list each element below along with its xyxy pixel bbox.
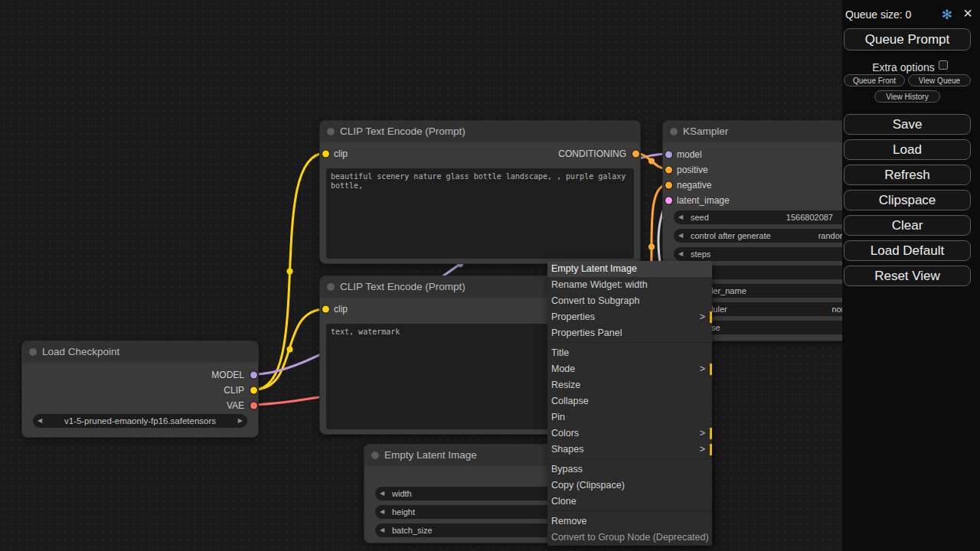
- submenu-arrow-icon: >: [700, 442, 705, 458]
- menu-item-bypass[interactable]: Bypass: [547, 461, 712, 478]
- submenu-accent-bar: [710, 364, 712, 375]
- menu-item-copy-clipspace[interactable]: Copy (Clipspace): [547, 478, 712, 494]
- settings-gear-icon[interactable]: ✻: [942, 7, 952, 23]
- model-output-label: MODEL: [211, 368, 244, 382]
- clip-output-slot[interactable]: [250, 387, 257, 394]
- collapse-dot[interactable]: [327, 283, 335, 291]
- submenu-accent-bar: [710, 428, 712, 439]
- clip-input-slot[interactable]: [322, 306, 329, 313]
- extra-options-label: Extra options: [872, 61, 935, 73]
- menu-item-collapse[interactable]: Collapse: [547, 393, 712, 409]
- node-title: CLIP Text Encode (Prompt): [340, 121, 466, 142]
- prev-checkpoint-arrow-icon[interactable]: ◀: [38, 414, 42, 428]
- latent-image-input-slot[interactable]: [665, 197, 672, 204]
- menu-item-convert-to-group-node[interactable]: Convert to Group Node (Deprecated): [547, 530, 712, 546]
- queue-size-label: Queue size: 0: [845, 8, 911, 21]
- decrement-arrow-icon[interactable]: ◀: [678, 210, 683, 224]
- ckpt-name-widget[interactable]: ◀ v1-5-pruned-emaonly-fp16.safetensors ▶: [33, 414, 247, 428]
- clip-input-slot[interactable]: [322, 151, 329, 158]
- node-title: KSampler: [683, 121, 728, 142]
- clip-output-label: CLIP: [224, 383, 244, 397]
- decrement-arrow-icon[interactable]: ◀: [380, 523, 384, 537]
- submenu-arrow-icon: >: [700, 425, 705, 442]
- clip-input-label: clip: [334, 147, 348, 161]
- negative-input-slot[interactable]: [665, 182, 672, 189]
- menu-item-convert-to-subgraph[interactable]: Convert to Subgraph: [547, 293, 712, 309]
- collapse-dot[interactable]: [371, 452, 379, 459]
- link-dot: [648, 158, 655, 165]
- node-title: CLIP Text Encode (Prompt): [340, 276, 466, 298]
- view-queue-button[interactable]: View Queue: [908, 74, 971, 86]
- link-dot: [287, 347, 293, 353]
- collapse-dot[interactable]: [29, 348, 37, 356]
- comfyui-menu-panel: Queue size: 0 ✻ × Queue Prompt Extra opt…: [842, 0, 980, 551]
- menu-item-properties-panel[interactable]: Properties Panel: [547, 325, 712, 341]
- link-dot: [648, 244, 655, 250]
- link-dot: [287, 269, 293, 275]
- node-context-menu: Empty Latent Image Rename Widget: width …: [547, 261, 712, 546]
- submenu-arrow-icon: >: [700, 361, 705, 377]
- node-title: Empty Latent Image: [384, 445, 477, 466]
- menu-item-pin[interactable]: Pin: [547, 409, 712, 425]
- submenu-accent-bar: [710, 444, 712, 455]
- queue-front-button[interactable]: Queue Front: [844, 74, 905, 86]
- queue-prompt-button[interactable]: Queue Prompt: [844, 28, 971, 51]
- ckpt-name-value: v1-5-pruned-emaonly-fp16.safetensors: [48, 414, 232, 428]
- decrement-arrow-icon[interactable]: ◀: [678, 229, 683, 243]
- refresh-button[interactable]: Refresh: [844, 165, 971, 185]
- reset-view-button[interactable]: Reset View: [844, 266, 971, 286]
- clipspace-button[interactable]: Clipspace: [844, 190, 971, 210]
- menu-item-rename-widget[interactable]: Rename Widget: width: [547, 277, 712, 293]
- node-clip-text-encode-positive[interactable]: CLIP Text Encode (Prompt) clip CONDITION…: [319, 120, 641, 264]
- model-input-label: model: [677, 148, 702, 161]
- context-menu-title[interactable]: Empty Latent Image: [547, 261, 712, 277]
- view-history-button[interactable]: View History: [874, 90, 940, 103]
- clip-input-label: clip: [334, 302, 348, 316]
- decrement-arrow-icon[interactable]: ◀: [380, 505, 384, 519]
- next-checkpoint-arrow-icon[interactable]: ▶: [238, 414, 243, 428]
- submenu-accent-bar: [710, 311, 712, 323]
- extra-options-checkbox[interactable]: [939, 60, 948, 70]
- save-button[interactable]: Save: [844, 114, 971, 135]
- menu-item-clone[interactable]: Clone: [547, 494, 712, 510]
- menu-item-mode[interactable]: Mode>: [547, 361, 712, 377]
- model-input-slot[interactable]: [665, 152, 672, 158]
- close-icon[interactable]: ×: [963, 5, 972, 22]
- vae-output-slot[interactable]: [250, 403, 257, 409]
- collapse-dot[interactable]: [327, 128, 335, 135]
- clear-button[interactable]: Clear: [844, 215, 971, 236]
- vae-output-label: VAE: [227, 399, 244, 412]
- decrement-arrow-icon[interactable]: ◀: [678, 247, 683, 261]
- node-load-checkpoint[interactable]: Load Checkpoint MODEL CLIP VAE ◀ v1-5-pr…: [21, 341, 259, 438]
- positive-prompt-textarea[interactable]: beautiful scenery nature glass bottle la…: [326, 168, 634, 259]
- conditioning-output-label: CONDITIONING: [558, 147, 626, 161]
- seed-value: 1566802087: [786, 210, 833, 224]
- conditioning-output-slot[interactable]: [632, 151, 639, 158]
- positive-input-label: positive: [677, 163, 708, 177]
- menu-item-colors[interactable]: Colors>: [547, 425, 712, 442]
- positive-input-slot[interactable]: [665, 167, 672, 174]
- submenu-arrow-icon: >: [700, 309, 705, 325]
- negative-input-label: negative: [677, 178, 711, 192]
- load-default-button[interactable]: Load Default: [844, 240, 971, 261]
- menu-item-shapes[interactable]: Shapes>: [547, 442, 712, 458]
- decrement-arrow-icon[interactable]: ◀: [380, 487, 384, 500]
- menu-item-title[interactable]: Title: [547, 345, 712, 361]
- collapse-dot[interactable]: [670, 128, 678, 135]
- node-title: Load Checkpoint: [42, 341, 119, 363]
- menu-item-resize[interactable]: Resize: [547, 377, 712, 393]
- node-graph-canvas[interactable]: CLIP Text Encode (Prompt) clip CONDITION…: [0, 0, 980, 551]
- load-button[interactable]: Load: [844, 139, 971, 160]
- menu-item-properties[interactable]: Properties>: [547, 309, 712, 325]
- menu-item-remove[interactable]: Remove: [547, 514, 712, 530]
- model-output-slot[interactable]: [250, 372, 257, 379]
- latent-image-input-label: latent_image: [677, 194, 730, 207]
